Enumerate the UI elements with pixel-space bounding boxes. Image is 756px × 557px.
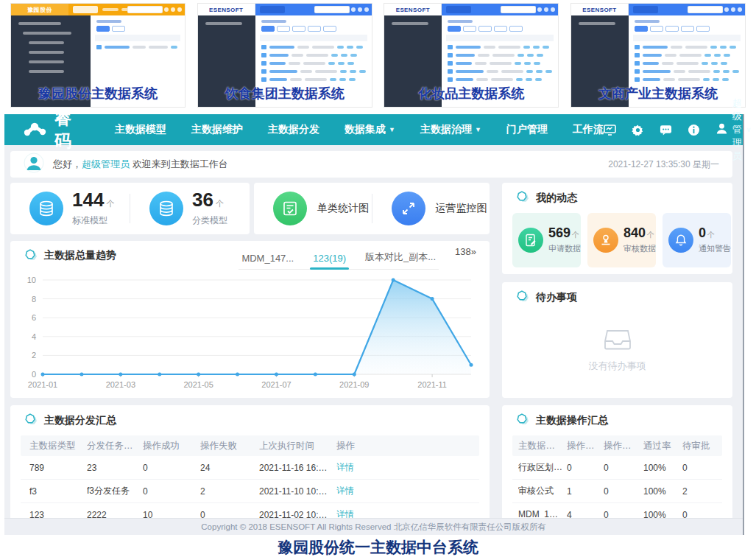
svg-text:2: 2 (32, 351, 36, 360)
chevron-down-icon: ▼ (389, 126, 395, 133)
trend-line-chart[interactable]: 02468102021-012021-032021-052021-072021-… (15, 273, 484, 398)
thumb-nav-pill (633, 6, 658, 13)
apply-data-tile[interactable]: 569个 申请数据 (512, 213, 581, 267)
hexagon-icon (24, 249, 38, 264)
panel-title: 待办事项 (536, 291, 577, 304)
panel-title: 主数据操作汇总 (536, 414, 608, 427)
review-data-tile[interactable]: 840个 审核数据 (587, 213, 656, 267)
avatar (24, 153, 44, 176)
chevron-down-icon: ▼ (475, 126, 481, 133)
hexagon-icon (515, 191, 530, 206)
thumb-search (314, 6, 350, 13)
system-thumbnails: 豫园股份 豫园股份主数据系统 ESENSOFT (0, 3, 756, 112)
welcome-text: 您好，超级管理员 欢迎来到主数据工作台 (53, 158, 228, 171)
thumb-header-dots (537, 7, 555, 12)
nav-item-workflow[interactable]: 工作流 (573, 123, 604, 136)
detail-link[interactable]: 详情 (336, 461, 470, 474)
nav-item-model[interactable]: 主数据模型 (115, 123, 166, 136)
table-header-row: 主数据类型操作成…操作失…通过率待审批 (512, 435, 722, 456)
single-class-chart-link[interactable]: 单类统计图 (254, 192, 372, 225)
table-row: 789230242021-11-16 16:25:25.0详情 (21, 456, 479, 480)
thumbnail-yuyuan[interactable]: 豫园股份 豫园股份主数据系统 (10, 3, 186, 108)
thumb-header-dots (724, 7, 742, 12)
svg-text:2021-05: 2021-05 (183, 380, 213, 389)
chevron-down-icon: ∨ (746, 126, 752, 133)
notify-warning-tile[interactable]: 0个 通知警告 (663, 213, 731, 267)
welcome-username[interactable]: 超级管理员 (82, 158, 130, 169)
expand-arrows-icon (392, 192, 425, 225)
mdm-app-window: 睿码 主数据模型 主数据维护 主数据分发 数据集成▼ 主数据治理▼ 门户管理 工… (4, 114, 744, 535)
thumb-search (127, 6, 163, 13)
welcome-bar: 您好，超级管理员 欢迎来到主数据工作台 2021-12-27 13:35:30 … (10, 151, 732, 178)
distribution-summary-panel: 主数据分发汇总 主数据类型分发任务名称操作成功操作失败上次执行时间操作 7892… (10, 405, 490, 531)
operation-summary-panel: 主数据操作汇总 主数据类型操作成…操作失…通过率待审批 行政区划_主数…0010… (502, 405, 732, 531)
copyright-footer: Copyright © 2018 ESENSOFT All Rights Res… (4, 518, 743, 535)
thumbnail-caption: 化妆品主数据系统 (384, 85, 558, 102)
hexagon-icon (515, 413, 530, 428)
nav-item-governance[interactable]: 主数据治理▼ (420, 123, 481, 136)
thumb-search (688, 6, 723, 13)
nav-item-maintain[interactable]: 主数据维护 (191, 123, 243, 136)
svg-text:4: 4 (32, 332, 36, 341)
thumb-logo: ESENSOFT (384, 4, 442, 15)
inbox-icon (604, 329, 632, 354)
thumbnail-wenshang[interactable]: ESENSOFT 文商产业主数据系统 (570, 3, 746, 108)
hexagon-icon (515, 290, 530, 305)
trend-tab-mdm147[interactable]: MDM_147... (241, 253, 294, 264)
thumbnail-caption: 饮食集团主数据系统 (198, 85, 372, 102)
thumbnail-caption: 豫园股份主数据系统 (11, 85, 185, 102)
apply-doc-icon (518, 228, 543, 253)
app-header: 睿码 主数据模型 主数据维护 主数据分发 数据集成▼ 主数据治理▼ 门户管理 工… (4, 114, 743, 145)
todo-empty-state: 没有待办事项 (502, 329, 732, 373)
trend-tab-version-compare[interactable]: 版本对比_副本... (365, 251, 436, 264)
svg-text:8: 8 (32, 295, 36, 304)
gear-icon[interactable] (632, 124, 644, 136)
distribution-table: 主数据类型分发任务名称操作成功操作失败上次执行时间操作 789230242021… (21, 435, 479, 527)
trend-tab-123[interactable]: 123(19) (313, 253, 346, 264)
thumb-nav-pill (446, 6, 471, 13)
panel-title: 主数据总量趋势 (44, 249, 116, 262)
thumb-logo: ESENSOFT (571, 4, 629, 15)
trend-more-button[interactable]: 138» (455, 246, 476, 257)
message-icon[interactable] (660, 124, 672, 136)
thumb-logo: 豫园股份 (11, 4, 68, 15)
svg-text:6: 6 (32, 313, 36, 322)
operation-table: 主数据类型操作成…操作失…通过率待审批 行政区划_主数…00100%0 审核公式… (512, 435, 722, 527)
nav-item-integration[interactable]: 数据集成▼ (345, 123, 395, 136)
brand-text: 睿码 (54, 107, 72, 153)
operation-monitor-link[interactable]: 运营监控图 (372, 192, 490, 225)
page-caption: 豫园股份统一主数据中台系统 (0, 537, 756, 557)
monitor-icon[interactable] (604, 124, 616, 136)
hexagon-icon (24, 413, 38, 428)
trend-panel: 主数据总量趋势 MDM_147... 123(19) 版本对比_副本... 13… (10, 241, 490, 398)
table-row: f3f3分发任务022021-11-10 10:20:23.0详情 (21, 480, 479, 503)
brand-logo[interactable]: 睿码 (24, 107, 72, 153)
svg-text:10: 10 (27, 276, 36, 284)
thumb-logo: ESENSOFT (198, 4, 255, 15)
stat-category-models[interactable]: 36个 分类模型 (130, 191, 250, 227)
thumb-search (501, 6, 536, 13)
thumbnail-yinshi[interactable]: ESENSOFT 饮食集团主数据系统 (197, 3, 372, 108)
user-name: 超级管理员 (732, 97, 742, 163)
main-nav: 主数据模型 主数据维护 主数据分发 数据集成▼ 主数据治理▼ 门户管理 工作流 (115, 123, 604, 136)
detail-link[interactable]: 详情 (336, 485, 470, 497)
panel-title: 我的动态 (536, 192, 577, 205)
table-row: 行政区划_主数…00100%0 (512, 456, 722, 480)
user-icon (716, 122, 728, 137)
database-icon (29, 192, 63, 225)
stat-standard-models[interactable]: 144个 标准模型 (10, 191, 130, 227)
nav-item-portal[interactable]: 门户管理 (506, 123, 548, 136)
info-icon[interactable] (688, 124, 700, 136)
svg-text:2021-11: 2021-11 (417, 380, 447, 389)
stamp-icon (593, 228, 618, 253)
table-header-row: 主数据类型分发任务名称操作成功操作失败上次执行时间操作 (21, 435, 479, 456)
nav-item-distribute[interactable]: 主数据分发 (268, 123, 319, 136)
my-activity-panel: 我的动态 569个 申请数据 840个 审核数据 (502, 183, 732, 274)
trend-tabs: MDM_147... 123(19) 版本对比_副本... (239, 249, 439, 270)
panel-title: 主数据分发汇总 (44, 414, 116, 427)
svg-text:2021-03: 2021-03 (106, 380, 135, 389)
thumbnail-huazhuangpin[interactable]: ESENSOFT 化妆品主数据系统 (384, 3, 559, 108)
table-row: 审核公式10100%2 (512, 480, 722, 503)
bell-icon (668, 228, 693, 253)
svg-text:2021-01: 2021-01 (28, 380, 57, 389)
